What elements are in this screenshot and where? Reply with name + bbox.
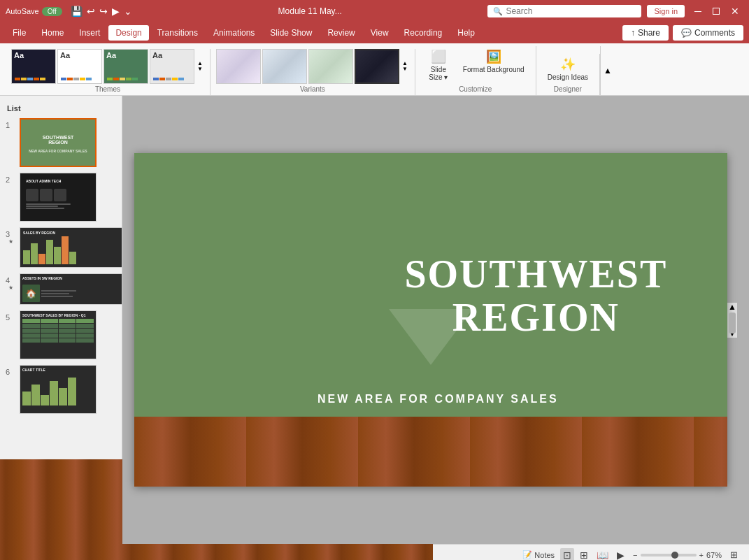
variants-label: Variants: [300, 85, 325, 95]
slide-number-4: 4: [6, 273, 15, 285]
autosave-toggle[interactable]: Off: [42, 7, 62, 16]
variant-2[interactable]: [262, 49, 307, 84]
slide-thumbnail-6[interactable]: CHART TITLE: [20, 365, 97, 414]
slide-number-3: 3: [6, 227, 15, 238]
slide-background-wood: [134, 417, 727, 487]
ribbon-themes-section: Aa Aa: [6, 49, 211, 95]
menu-insert[interactable]: Insert: [72, 25, 107, 41]
customize-buttons: ⬜ SlideSize ▾ 🖼️ Format Background: [421, 46, 530, 84]
slide-item-4[interactable]: 4 ★ ASSETS IN SW REGION 🏠: [0, 271, 122, 308]
slide-thumbnail-2[interactable]: ABOUT ADMIN TECH: [20, 173, 97, 222]
variants-gallery: [216, 49, 399, 84]
menu-animations[interactable]: Animations: [206, 25, 262, 41]
slide-title-line2: REGION: [452, 296, 620, 339]
normal-view-icon[interactable]: ⊡: [560, 548, 574, 561]
menu-transitions[interactable]: Transitions: [150, 25, 205, 41]
design-ideas-button[interactable]: ✨ Design Ideas: [542, 54, 594, 84]
zoom-in-icon[interactable]: +: [699, 551, 704, 559]
slide-size-label: SlideSize ▾: [429, 66, 448, 81]
menu-recording[interactable]: Recording: [397, 25, 450, 41]
panel-header: List: [0, 101, 122, 115]
slide-size-button[interactable]: ⬜ SlideSize ▾: [421, 46, 456, 84]
more-icon[interactable]: ⌄: [124, 6, 132, 17]
slide-item-3[interactable]: 3 ★ SALES BY REGION: [0, 224, 122, 271]
search-box[interactable]: 🔍: [487, 5, 641, 17]
restore-button[interactable]: [708, 6, 724, 17]
variants-row: ▲ ▼: [216, 49, 409, 84]
reading-view-icon[interactable]: 📖: [594, 548, 611, 561]
slide-number-1: 1: [6, 118, 15, 129]
menu-bar: File Home Insert Design Transitions Anim…: [0, 22, 749, 43]
share-icon: ↑: [631, 28, 635, 38]
search-icon: 🔍: [493, 7, 503, 16]
slide-thumbnail-5[interactable]: SOUTHWEST SALES BY REGION - Q1: [20, 310, 97, 359]
scroll-thumb[interactable]: [729, 313, 736, 333]
close-button[interactable]: ✕: [727, 6, 743, 17]
menu-design[interactable]: Design: [108, 25, 148, 41]
title-bar: AutoSave Off 💾 ↩ ↪ ▶ ⌄ Module 11 May... …: [0, 0, 749, 22]
variant-3[interactable]: [308, 49, 353, 84]
window-controls: ─ ✕: [690, 6, 743, 17]
slide-title[interactable]: SOUTHWEST REGION: [404, 253, 667, 339]
slide-item-1[interactable]: 1 SOUTHWESTREGION NEW AREA FOR COMPANY S…: [0, 115, 122, 170]
themes-scroll-arrows[interactable]: ▲ ▼: [196, 61, 204, 72]
minimize-button[interactable]: ─: [690, 6, 706, 17]
format-bg-icon: 🖼️: [486, 49, 501, 64]
format-background-button[interactable]: 🖼️ Format Background: [457, 46, 530, 76]
slide-item-5[interactable]: 5 SOUTHWEST SALES BY REGION - Q1: [0, 308, 122, 362]
main-area: List 1 SOUTHWESTREGION NEW AREA FOR COMP…: [0, 96, 749, 544]
slide-number-6: 6: [6, 365, 15, 376]
zoom-out-icon[interactable]: −: [633, 551, 637, 559]
canvas-scrollbar[interactable]: ▲ ▼ ▲ ▼: [727, 303, 737, 338]
customize-label: Customize: [459, 85, 492, 95]
variant-4[interactable]: [355, 49, 399, 84]
variants-scroll-arrows[interactable]: ▲ ▼: [401, 61, 409, 72]
ribbon-collapse-button[interactable]: ▲: [600, 46, 615, 95]
slide-item-2[interactable]: 2 ABOUT ADMIN TECH: [0, 170, 122, 224]
share-button[interactable]: ↑ Share: [622, 25, 669, 41]
menu-slideshow[interactable]: Slide Show: [263, 25, 319, 41]
slide-thumbnail-1[interactable]: SOUTHWESTREGION NEW AREA FOR COMPANY SAL…: [20, 118, 97, 167]
menu-review[interactable]: Review: [320, 25, 362, 41]
signin-button[interactable]: Sign in: [647, 5, 685, 17]
autosave-label: AutoSave: [6, 7, 39, 15]
slide-item-6[interactable]: 6 CHART TITLE: [0, 362, 122, 417]
menu-home[interactable]: Home: [34, 25, 71, 41]
undo-icon[interactable]: ↩: [87, 6, 95, 17]
theme-green[interactable]: Aa: [104, 49, 148, 84]
menu-help[interactable]: Help: [450, 25, 482, 41]
slide-sorter-icon[interactable]: ⊞: [577, 548, 591, 561]
restore-icon: [713, 8, 720, 15]
slide-title-line1: SOUTHWEST: [404, 252, 667, 296]
ribbon-variants-section: ▲ ▼ Variants: [211, 49, 415, 95]
search-input[interactable]: [506, 6, 618, 16]
menu-file[interactable]: File: [6, 25, 33, 41]
design-ideas-icon: ✨: [560, 57, 576, 72]
theme-light[interactable]: Aa: [57, 49, 102, 84]
slide-thumbnail-3[interactable]: SALES BY REGION: [20, 227, 122, 268]
zoom-slider[interactable]: [641, 554, 697, 557]
present-icon[interactable]: ▶: [112, 6, 120, 17]
comments-label: Comments: [694, 28, 735, 38]
redo-icon[interactable]: ↪: [99, 6, 108, 17]
document-title: Module 11 May...: [138, 6, 483, 16]
menu-view[interactable]: View: [364, 25, 396, 41]
zoom-thumb[interactable]: [671, 552, 678, 559]
slide-subtitle[interactable]: NEW AREA FOR COMPANY SALES: [318, 393, 559, 405]
variant-1[interactable]: [216, 49, 261, 84]
themes-label: Themes: [95, 85, 120, 95]
zoom-level: 67%: [706, 551, 722, 559]
fit-slide-button[interactable]: ⊞: [727, 548, 741, 560]
slide-thumbnail-4[interactable]: ASSETS IN SW REGION 🏠: [20, 273, 122, 305]
notes-button[interactable]: 📝 Notes: [522, 550, 555, 559]
save-icon[interactable]: 💾: [71, 6, 83, 17]
theme-dark[interactable]: Aa: [11, 49, 56, 84]
theme-gray[interactable]: Aa: [150, 49, 194, 84]
collapse-icon: ▲: [604, 66, 612, 76]
themes-row: Aa Aa: [11, 49, 204, 84]
slide-canvas[interactable]: SOUTHWEST REGION NEW AREA FOR COMPANY SA…: [134, 153, 727, 487]
slideshow-icon[interactable]: ▶: [614, 548, 627, 561]
status-right: 📝 Notes ⊡ ⊞ 📖 ▶ − + 67% ⊞: [522, 548, 741, 561]
share-label: Share: [638, 28, 660, 38]
comments-button[interactable]: 💬 Comments: [673, 25, 743, 41]
